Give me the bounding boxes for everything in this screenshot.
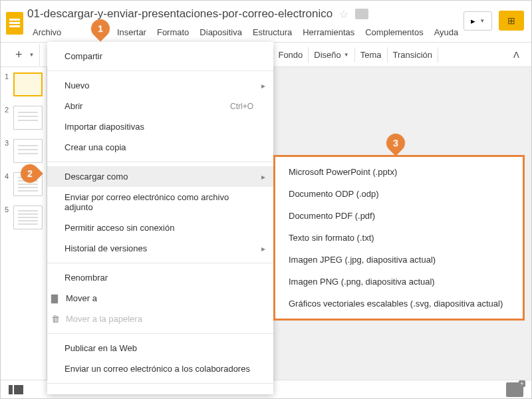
file-menu-dropdown: Compartir Nuevo AbrirCtrl+O Importar dia… <box>47 42 273 394</box>
present-button[interactable]: ▸ ▼ <box>464 11 492 31</box>
menu-archivo[interactable]: Archivo <box>27 25 66 40</box>
menu-complementos[interactable]: Complementos <box>360 25 428 40</box>
menu-separator <box>47 333 273 334</box>
thumb-number: 5 <box>5 205 11 229</box>
share-icon: ⊞ <box>507 15 515 26</box>
toolbar-collapse[interactable]: ᐱ <box>507 47 526 63</box>
submenu-odp[interactable]: Documento ODP (.odp) <box>275 183 523 205</box>
menu-diapositiva[interactable]: Diapositiva <box>194 25 247 40</box>
slide-thumb-5[interactable] <box>13 205 43 229</box>
menu-insertar[interactable]: Insertar <box>112 25 152 40</box>
menu-item-label: Mover a la papelera <box>66 314 142 324</box>
toolbar-diseno-label: Diseño <box>314 50 340 60</box>
menu-item-compartir[interactable]: Compartir <box>47 46 273 66</box>
download-as-submenu: Microsoft PowerPoint (.pptx) Documento O… <box>273 155 525 321</box>
toolbar-tema[interactable]: Tema <box>355 47 388 63</box>
chevron-down-icon: ▼ <box>344 52 349 58</box>
submenu-pdf[interactable]: Documento PDF (.pdf) <box>275 205 523 227</box>
menu-separator <box>47 162 273 162</box>
slide-thumb-2[interactable] <box>13 106 43 130</box>
pin-label: 3 <box>393 138 398 148</box>
menu-separator <box>47 263 273 263</box>
menu-item-nuevo[interactable]: Nuevo <box>47 75 273 96</box>
menu-item-enviar-colab[interactable]: Enviar un correo electrónico a los colab… <box>47 358 273 379</box>
menu-ayuda[interactable]: Ayuda <box>429 25 464 40</box>
present-icon: ▸ <box>471 16 475 26</box>
submenu-txt[interactable]: Texto sin formato (.txt) <box>275 227 523 249</box>
folder-icon: ▇ <box>51 293 62 303</box>
submenu-pptx[interactable]: Microsoft PowerPoint (.pptx) <box>275 161 523 183</box>
menu-separator <box>47 70 273 71</box>
menu-item-renombrar[interactable]: Renombrar <box>47 267 273 288</box>
toolbar-transicion[interactable]: Transición <box>388 47 438 63</box>
filmstrip-toggle[interactable] <box>9 385 25 394</box>
menu-item-publicar[interactable]: Publicar en la Web <box>47 338 273 358</box>
menu-separator <box>47 383 273 384</box>
toolbar-fondo[interactable]: Fondo <box>273 47 309 63</box>
submenu-svg[interactable]: Gráficos vectoriales escalables (.svg, d… <box>275 293 523 315</box>
present-caret: ▼ <box>479 18 485 24</box>
toolbar-diseno[interactable]: Diseño ▼ <box>309 47 354 63</box>
trash-icon: 🗑 <box>51 314 62 324</box>
menu-shortcut: Ctrl+O <box>230 102 253 111</box>
menu-item-detalles[interactable]: Detalles del documento <box>47 388 273 394</box>
menu-item-papelera[interactable]: 🗑Mover a la papelera <box>47 309 273 329</box>
slides-logo[interactable] <box>6 10 23 37</box>
thumb-number: 1 <box>5 72 11 96</box>
menu-item-descargar[interactable]: Descargar como <box>47 166 273 187</box>
menu-item-importar[interactable]: Importar diapositivas <box>47 116 273 137</box>
menu-item-copia[interactable]: Crear una copia <box>47 137 273 158</box>
menu-item-historial[interactable]: Historial de versiones <box>47 238 273 259</box>
doc-title[interactable]: 01-descargar-y-enviar-presentaciones-por… <box>27 7 332 21</box>
menu-item-label: Abrir <box>65 101 82 111</box>
share-button[interactable]: ⊞ <box>499 11 524 31</box>
folder-icon[interactable] <box>355 9 368 19</box>
menu-formato[interactable]: Formato <box>152 25 194 40</box>
submenu-png[interactable]: Imagen PNG (.png, diapositiva actual) <box>275 271 523 293</box>
pin-label: 1 <box>98 23 103 34</box>
menu-herramientas[interactable]: Herramientas <box>297 25 360 40</box>
slide-thumb-3[interactable] <box>13 139 43 163</box>
thumb-number: 4 <box>5 172 11 196</box>
new-slide-button[interactable]: +▼ <box>6 44 40 66</box>
slide-thumb-1[interactable] <box>13 72 43 96</box>
pin-label: 2 <box>27 168 33 179</box>
thumb-number: 2 <box>5 106 11 130</box>
explore-button[interactable] <box>506 382 523 397</box>
thumb-number: 3 <box>5 139 11 163</box>
menu-item-enviar-adjunto[interactable]: Enviar por correo electrónico como archi… <box>47 187 273 217</box>
menu-item-mover[interactable]: ▇Mover a <box>47 288 273 309</box>
menu-item-sin-conexion[interactable]: Permitir acceso sin conexión <box>47 217 273 238</box>
submenu-jpg[interactable]: Imagen JPEG (.jpg, diapositiva actual) <box>275 249 523 271</box>
menu-estructura[interactable]: Estructura <box>247 25 297 40</box>
star-icon[interactable]: ☆ <box>339 8 348 21</box>
slide-thumbnails: 1 2 3 4 5 <box>1 67 47 380</box>
menu-item-label: Mover a <box>66 293 97 303</box>
menu-item-abrir[interactable]: AbrirCtrl+O <box>47 96 273 116</box>
